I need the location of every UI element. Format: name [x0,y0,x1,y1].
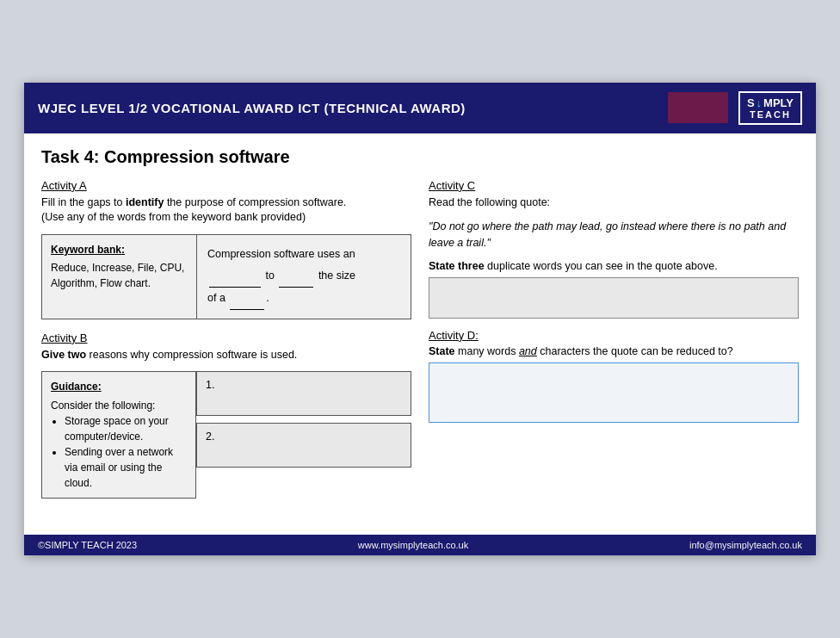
comp-size: the size [318,269,355,282]
footer: ©SIMPLY TEACH 2023 www.mysimplyteach.co.… [24,535,816,555]
comp-of: of a [207,292,225,304]
guidance-consider: Consider the following: [51,398,187,413]
activity-b-instruction: Give two reasons why compression softwar… [41,348,411,363]
answer-box-1[interactable]: 1. [196,371,411,416]
footer-email: info@mysimplyteach.co.uk [689,540,802,550]
brand-arrow-icon: ↓ [757,96,763,109]
activity-a-text2: (Use any of the words from the keyword b… [41,211,306,223]
activity-c-label: Activity C [429,179,799,192]
blank-3[interactable] [230,288,264,310]
guidance-point-1: Storage space on your computer/device. [65,413,187,444]
header-title: WJEC LEVEL 1/2 VOCATIONAL AWARD ICT (TEC… [38,101,466,115]
guidance-box: Guidance: Consider the following: Storag… [41,371,196,499]
brand-s: S [747,96,755,109]
state-three-text: duplicate words you can see in the quote… [485,260,718,272]
activity-a-bold: identify [126,196,164,208]
activity-c-read: Read the following quote: [429,195,799,211]
activity-d-state: State many words and characters the quot… [429,345,799,357]
state-three-bold: State three [429,260,485,272]
activity-c-state: State three duplicate words you can see … [429,260,799,272]
left-column: Activity A Fill in the gaps to identify … [41,179,411,511]
footer-website: www.mysimplyteach.co.uk [358,540,468,550]
brand-mply: MPLY [763,96,794,109]
header-right: S ↓ MPLY TEACH [668,91,802,125]
activity-d-label: Activity D: [429,329,799,342]
answer2-label: 2. [206,430,214,443]
activity-a-label: Activity A [41,179,411,192]
activity-c-answer-box[interactable] [429,277,799,319]
two-column-layout: Activity A Fill in the gaps to identify … [41,179,799,511]
keyword-area: Keyword bank: Reduce, Increase, File, CP… [41,234,411,319]
brand-top: S ↓ MPLY [747,96,794,109]
activity-c-section: Activity C Read the following quote: "Do… [429,179,799,319]
blank-1[interactable] [209,265,261,288]
activity-a-text1: Fill in the gaps to [41,196,126,208]
footer-copyright: ©SIMPLY TEACH 2023 [38,540,137,550]
and-text-d: and [519,345,537,357]
keyword-bank-title: Keyword bank: [51,242,188,257]
brand-teach: TEACH [750,109,791,120]
brand-box: S ↓ MPLY TEACH [738,91,802,125]
comp-to: to [265,269,274,282]
logo-placeholder [668,92,728,123]
activity-d-section: Activity D: State many words and charact… [429,329,799,423]
answer-boxes-b: 1. 2. [196,371,411,499]
answer-box-2[interactable]: 2. [196,423,411,468]
compression-text-box: Compression software uses an to the size… [197,235,411,319]
activity-c-quote: "Do not go where the path may lead, go i… [429,219,799,251]
activity-b-text: reasons why compression software is used… [86,349,297,361]
activity-b-section: Activity B Give two reasons why compress… [41,331,411,499]
keyword-bank-box: Keyword bank: Reduce, Increase, File, CP… [42,235,197,319]
activity-a-text1-end: the purpose of compression software. [164,196,346,208]
main-content: Task 4: Compression software Activity A … [24,133,816,520]
activity-b-bold: Give two [41,349,86,361]
comp-text-start: Compression software uses an [207,248,355,260]
page-title: Task 4: Compression software [41,147,799,167]
keyword-bank-words: Reduce, Increase, File, CPU, Algorithm, … [51,260,188,291]
guidance-list: Storage space on your computer/device. S… [51,413,187,491]
answer1-label: 1. [206,379,214,391]
activity-a-instruction: Fill in the gaps to identify the purpose… [41,195,411,226]
state-text-d1: many words [455,345,519,357]
header: WJEC LEVEL 1/2 VOCATIONAL AWARD ICT (TEC… [24,83,816,133]
activity-d-answer-box[interactable] [429,362,799,423]
state-bold-d: State [429,345,455,357]
guidance-point-2: Sending over a network via email or usin… [65,444,187,491]
page-container: WJEC LEVEL 1/2 VOCATIONAL AWARD ICT (TEC… [24,83,816,556]
compression-text: Compression software uses an to the size… [207,244,400,310]
guidance-area: Guidance: Consider the following: Storag… [41,371,411,499]
activity-a-section: Activity A Fill in the gaps to identify … [41,179,411,319]
state-text-d2: characters the quote can be reduced to? [537,345,733,357]
guidance-title: Guidance: [51,379,187,394]
blank-2[interactable] [279,265,313,288]
right-column: Activity C Read the following quote: "Do… [429,179,799,511]
activity-b-label: Activity B [41,331,411,344]
